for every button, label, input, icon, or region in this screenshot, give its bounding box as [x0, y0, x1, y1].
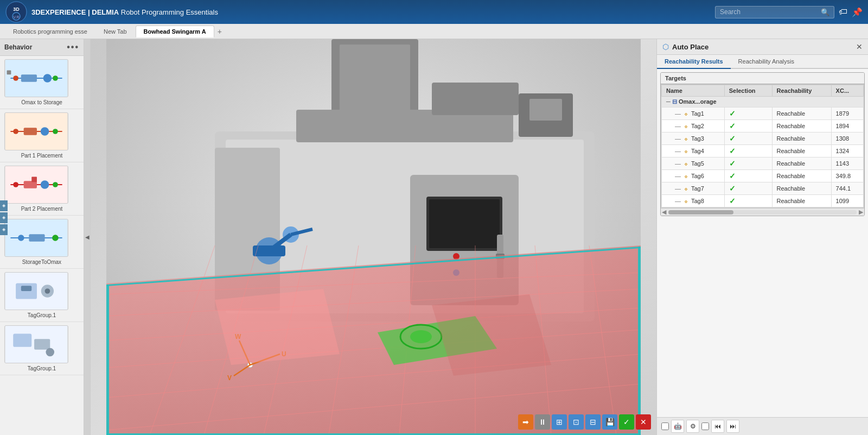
tag-reachability: Reachable [772, 157, 831, 170]
tab-reachability-analysis[interactable]: Reachability Analysis [731, 55, 802, 69]
svg-point-28 [52, 235, 59, 241]
panel-close-button[interactable]: ✕ [856, 42, 863, 51]
tag-xc: 1894 [831, 120, 863, 133]
sidebar-thumb-2 [4, 112, 68, 150]
sidebar-item-omax-storage[interactable]: Omax to Storage [0, 56, 84, 109]
sidebar-thumb-1 [4, 59, 68, 97]
svg-point-19 [13, 182, 18, 187]
col-selection: Selection [724, 85, 772, 97]
tab-bar: Robotics programming esse New Tab Bowhea… [0, 24, 868, 39]
targets-table-container[interactable]: Name Selection Reachability XC... ─ [661, 84, 864, 208]
last-button[interactable]: ⏭ [726, 420, 739, 433]
move-button[interactable]: ➡ [518, 414, 533, 430]
tag-selection: ✓ [724, 157, 772, 170]
svg-rect-10 [7, 70, 11, 74]
sidebar-item-part1[interactable]: Part 1 Placement [0, 109, 84, 162]
tag-selection: ✓ [724, 195, 772, 207]
gear-icon: ⚙ [690, 423, 696, 430]
sidebar-more-button[interactable]: ••• [67, 42, 79, 52]
svg-rect-46 [429, 199, 500, 248]
skip-prev-icon: ⏮ [714, 423, 721, 430]
save-icon: 💾 [605, 418, 615, 426]
save-button[interactable]: 💾 [602, 414, 617, 430]
pin-icon[interactable]: 📌 [852, 7, 863, 17]
settings-button[interactable]: ⚙ [686, 420, 699, 433]
tag-name: — ⬦ Tag8 [662, 195, 725, 207]
first-button[interactable]: ⏮ [711, 420, 724, 433]
scrollbar-thumb[interactable] [668, 210, 733, 215]
3d-viewport[interactable]: W U V ➡ ⏸ ⊞ ⊡ [91, 39, 656, 435]
svg-rect-7 [21, 74, 37, 82]
tag-selection: ✓ [724, 108, 772, 120]
svg-rect-54 [529, 99, 562, 121]
cancel-button[interactable]: ✕ [636, 414, 651, 430]
confirm-button[interactable]: ✓ [619, 414, 634, 430]
svg-point-26 [18, 235, 24, 241]
tag-name: — ⬦ Tag2 [662, 120, 725, 133]
sidebar-thumb-6 [4, 325, 68, 363]
sidebar-collapse-button[interactable]: ◀ [84, 39, 91, 435]
tag-selection: ✓ [724, 170, 772, 182]
tab-new[interactable]: New Tab [96, 26, 135, 37]
search-input[interactable] [720, 8, 818, 16]
table-row: — ⬦ Tag8 ✓ Reachable 1099 [662, 195, 864, 207]
arrow-icon: ➡ [522, 418, 529, 426]
group-label: ─ ⊟ Omax...orage [662, 97, 864, 108]
col-xc: XC... [831, 85, 863, 97]
svg-rect-20 [24, 181, 37, 188]
targets-title: Targets [661, 73, 864, 84]
sidebar-item-taggroup1[interactable]: TagGroup.1 [0, 269, 84, 322]
svg-text:V.R: V.R [13, 15, 19, 19]
app-logo[interactable]: 3D V.R [5, 1, 27, 23]
targets-section: Targets Name Selection Reachability XC..… [657, 69, 868, 219]
tool1-icon: ⊡ [573, 418, 579, 426]
svg-point-9 [53, 75, 58, 81]
table-row: — ⬦ Tag3 ✓ Reachable 1308 [662, 133, 864, 145]
table-row: — ⬦ Tag2 ✓ Reachable 1894 [662, 120, 864, 133]
panel-header: ⬡ Auto Place ✕ [657, 39, 868, 55]
svg-rect-31 [21, 286, 31, 291]
tab-add-button[interactable]: + [215, 27, 224, 36]
select-all-checkbox[interactable] [661, 423, 669, 430]
search-icon[interactable]: 🔍 [821, 8, 829, 16]
bookmark-icon[interactable]: 🏷 [839, 7, 847, 17]
search-bar[interactable]: 🔍 [715, 6, 834, 18]
app-name-bold: 3DEXPERIENCE | DELMIA [31, 8, 119, 16]
svg-rect-23 [31, 176, 37, 182]
grid-button[interactable]: ⊞ [552, 414, 567, 430]
sidebar-item-storage-omax[interactable]: StorageToOmax [0, 216, 84, 269]
topbar: 3D V.R 3DEXPERIENCE | DELMIA Robot Progr… [0, 0, 868, 24]
edge-icon-3[interactable]: ◈ [0, 224, 8, 235]
tag-reachability: Reachable [772, 133, 831, 145]
svg-marker-77 [106, 285, 109, 435]
tab-reachability-results[interactable]: Reachability Results [657, 55, 731, 69]
svg-point-13 [13, 129, 18, 134]
table-row: — ⬦ Tag5 ✓ Reachable 1143 [662, 157, 864, 170]
tool2-button[interactable]: ⊟ [585, 414, 601, 430]
pause-button[interactable]: ⏸ [535, 414, 550, 430]
tag-selection: ✓ [724, 145, 772, 157]
tag-name: — ⬦ Tag5 [662, 157, 725, 170]
table-scrollbar[interactable]: ◀ ▶ [661, 208, 864, 216]
tag-xc: 1099 [831, 195, 863, 207]
sidebar-thumb-3 [4, 166, 68, 204]
edge-icon-1[interactable]: ◈ [0, 200, 8, 211]
option-checkbox[interactable] [701, 423, 709, 430]
robot-icon-button[interactable]: 🤖 [671, 420, 684, 433]
sidebar-title: Behavior [4, 43, 32, 51]
col-reachability: Reachability [772, 85, 831, 97]
svg-rect-35 [13, 334, 31, 347]
playback-toolbar: ➡ ⏸ ⊞ ⊡ ⊟ 💾 ✓ ✕ [518, 414, 651, 430]
tag-name: — ⬦ Tag3 [662, 133, 725, 145]
edge-icon-2[interactable]: ◈ [0, 212, 8, 223]
sidebar-item-part2[interactable]: Part 2 Placement [0, 162, 84, 216]
col-name: Name [662, 85, 725, 97]
tag-xc: 1324 [831, 145, 863, 157]
tool1-button[interactable]: ⊡ [569, 414, 584, 430]
sidebar-header: Behavior ••• [0, 39, 84, 56]
tag-xc: 349.8 [831, 170, 863, 182]
tab-breadcrumb[interactable]: Robotics programming esse [5, 26, 95, 37]
scrollbar-track[interactable] [668, 210, 857, 215]
sidebar-item-taggroup2[interactable]: TagGroup.1 [0, 322, 84, 375]
tab-bowhead[interactable]: Bowhead Swingarm A [136, 26, 214, 37]
